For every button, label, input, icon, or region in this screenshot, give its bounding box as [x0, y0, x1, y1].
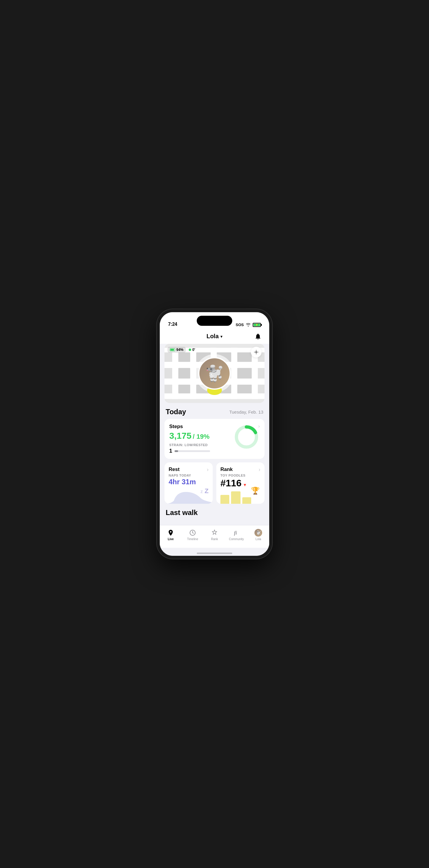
sparkle-icon — [253, 349, 259, 355]
strain-bar — [175, 450, 210, 452]
spacer — [160, 519, 269, 525]
location-radius-circle: 🐩 — [195, 354, 234, 393]
map-battery-fill — [170, 349, 174, 351]
rest-card-chevron: › — [207, 467, 208, 473]
battery-fill: ⚡ — [254, 324, 260, 326]
gps-dot — [189, 348, 191, 351]
podium-bar-2 — [221, 495, 229, 504]
bolt-icon: ⚡ — [255, 323, 258, 326]
strain-label: STRAIN: LOW/RESTED — [169, 443, 233, 447]
battery-icon: ⚡ — [253, 323, 261, 327]
wifi-icon — [246, 323, 251, 327]
today-date: Tuesday, Feb. 13 — [229, 409, 263, 414]
donut-svg — [233, 424, 260, 450]
map-overlay: 🐩 — [165, 344, 264, 403]
map-gps-status: 0' — [189, 348, 195, 352]
last-walk-section: Last walk — [160, 507, 269, 519]
map-battery-label: 94% — [176, 348, 183, 352]
home-indicator — [197, 553, 232, 554]
steps-metric: 3,175 / 19% — [169, 431, 233, 441]
svg-text:fi: fi — [234, 530, 237, 536]
timeline-icon — [189, 529, 196, 536]
app-header: Lola ▾ — [160, 329, 269, 344]
live-icon — [167, 529, 175, 536]
lola-nav-icon: 🐩 — [254, 529, 262, 536]
chevron-down-icon: ▾ — [221, 334, 223, 339]
power-button — [271, 360, 272, 380]
strain-value: 1 — [169, 448, 172, 454]
rest-subtitle: NAPS TODAY — [169, 474, 208, 477]
lola-avatar-small: 🐩 — [254, 529, 262, 536]
rank-nav-icon — [211, 529, 218, 536]
steps-card-chevron: › — [258, 424, 260, 429]
steps-separator: / — [193, 433, 195, 440]
phone-frame: 7:24 SOS ⚡ Lola — [157, 309, 272, 559]
podium-bar-3 — [242, 497, 251, 504]
rank-card-title: Rank — [221, 467, 233, 472]
main-content[interactable]: Lola ▾ — [160, 329, 269, 556]
podium-bar-1 — [231, 491, 240, 504]
steps-count: 3,175 — [169, 431, 192, 440]
pet-name: Lola — [206, 333, 219, 340]
steps-donut-chart — [233, 424, 260, 450]
today-header: Today Tuesday, Feb. 13 — [160, 403, 269, 419]
sos-indicator: SOS — [236, 322, 244, 327]
map-battery-icon — [170, 348, 175, 351]
dynamic-island — [197, 316, 232, 326]
timeline-label: Timeline — [187, 537, 198, 541]
big-z: Z — [205, 487, 208, 495]
trophy-icon: 🏆 — [251, 487, 260, 495]
status-time: 7:24 — [168, 322, 177, 327]
battery-container: ⚡ — [253, 323, 261, 327]
steps-percent: 19% — [196, 433, 209, 440]
bell-icon — [254, 333, 261, 340]
rest-time: 4hr 31m — [169, 478, 208, 486]
nav-item-lola[interactable]: 🐩 Lola — [247, 528, 269, 542]
live-label: Live — [168, 537, 174, 541]
map-status-bar: 94% 0' — [168, 347, 195, 353]
nav-item-rank[interactable]: Rank — [204, 528, 225, 542]
strain-bar-container: 1 — [169, 448, 233, 454]
notification-bell-button[interactable] — [253, 331, 263, 342]
rank-podium: 🏆 — [216, 485, 264, 504]
rest-visual: z Z — [165, 486, 213, 504]
community-icon: fi — [233, 529, 240, 536]
sleep-zz: z Z — [200, 487, 208, 495]
community-label: Community — [229, 537, 244, 541]
steps-title: Steps — [169, 424, 233, 430]
strain-fill — [175, 450, 178, 452]
gps-label: 0' — [192, 348, 195, 352]
map-background: 🐩 94% 0' — [165, 344, 264, 403]
small-z: z — [200, 489, 203, 494]
nav-item-timeline[interactable]: Timeline — [182, 528, 204, 542]
rank-card-chevron: › — [259, 467, 260, 473]
volume-up-button — [157, 351, 158, 361]
pet-selector[interactable]: Lola ▾ — [206, 333, 223, 340]
bottom-nav: Live Timeline Rank — [160, 525, 269, 548]
steps-card[interactable]: Steps 3,175 / 19% STRAIN: LOW/RESTED 1 — [165, 419, 264, 459]
today-title: Today — [166, 408, 186, 416]
lola-label: Lola — [256, 537, 261, 541]
steps-info: Steps 3,175 / 19% STRAIN: LOW/RESTED 1 — [169, 424, 233, 454]
volume-down-button — [157, 365, 158, 375]
map-sparkle-button[interactable] — [251, 347, 261, 358]
cards-row: Rest › NAPS TODAY 4hr 31m z Z — [165, 462, 264, 504]
map-battery-status: 94% — [168, 347, 186, 353]
silent-switch — [157, 339, 158, 346]
last-walk-title: Last walk — [166, 508, 198, 517]
rest-card[interactable]: Rest › NAPS TODAY 4hr 31m z Z — [165, 462, 213, 504]
status-icons: SOS ⚡ — [236, 322, 261, 327]
pet-avatar-map: 🐩 — [198, 357, 231, 390]
rest-card-title: Rest — [169, 467, 179, 472]
nav-item-community[interactable]: fi Community — [225, 528, 247, 542]
map-section[interactable]: 🐩 94% 0' — [165, 344, 264, 403]
nav-item-live[interactable]: Live — [160, 528, 182, 542]
rank-card[interactable]: Rank › TOY POODLES #116 ▼ 🏆 — [216, 462, 264, 504]
rank-subtitle: TOY POODLES — [221, 474, 260, 477]
rank-label: Rank — [211, 537, 218, 541]
